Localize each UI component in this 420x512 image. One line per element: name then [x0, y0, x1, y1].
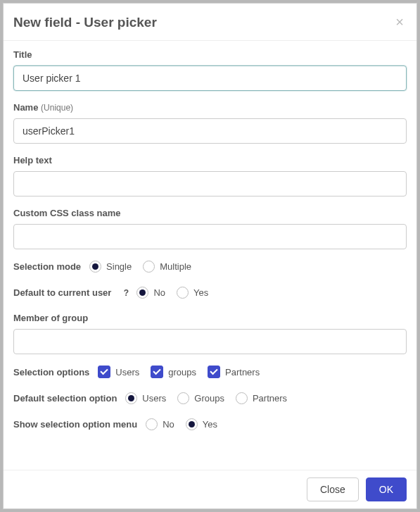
checkbox-label: Users	[115, 367, 139, 377]
radio-label: Yes	[203, 419, 217, 430]
name-input[interactable]	[13, 118, 407, 144]
radio-icon	[236, 392, 248, 404]
radio-icon	[125, 392, 137, 404]
checkbox-icon	[208, 366, 220, 378]
member-of-group-input[interactable]	[13, 329, 407, 354]
radio-icon	[177, 287, 189, 299]
selection-mode-single-radio[interactable]: Single	[89, 261, 132, 273]
css-class-input[interactable]	[13, 224, 407, 249]
dialog-title: New field - User picker	[13, 15, 157, 30]
name-label: Name (Unique)	[13, 102, 407, 113]
checkbox-label: groups	[168, 367, 196, 377]
checkbox-icon	[98, 366, 110, 378]
default-current-user-no-radio[interactable]: No	[136, 287, 165, 299]
member-of-group-label: Member of group	[13, 313, 407, 323]
dialog-body: Title Name (Unique) Help text Custom CSS…	[4, 41, 416, 470]
radio-label: No	[153, 287, 165, 298]
help-text-input[interactable]	[13, 171, 407, 196]
css-class-label: Custom CSS class name	[13, 208, 407, 218]
radio-icon	[143, 261, 155, 273]
radio-icon	[89, 261, 101, 273]
default-current-user-label: Default to current user	[13, 287, 111, 298]
show-menu-label: Show selection option menu	[13, 419, 137, 430]
help-text-label: Help text	[13, 155, 407, 166]
selection-mode-label: Selection mode	[13, 261, 81, 272]
default-selection-users-radio[interactable]: Users	[125, 392, 166, 404]
help-icon[interactable]: ?	[121, 288, 131, 298]
title-label: Title	[13, 49, 407, 60]
show-menu-no-radio[interactable]: No	[146, 418, 174, 430]
selection-options-label: Selection options	[13, 367, 89, 377]
show-menu-yes-radio[interactable]: Yes	[186, 418, 217, 430]
radio-icon	[136, 287, 148, 299]
name-label-text: Name	[13, 102, 38, 113]
ok-button[interactable]: OK	[366, 477, 407, 501]
selection-options-groups-checkbox[interactable]: groups	[151, 366, 196, 378]
default-current-user-yes-radio[interactable]: Yes	[177, 287, 208, 299]
selection-options-users-checkbox[interactable]: Users	[98, 366, 139, 378]
radio-label: No	[163, 419, 174, 430]
radio-icon	[146, 418, 158, 430]
title-input[interactable]	[13, 65, 407, 91]
dialog-header: New field - User picker ×	[4, 4, 416, 41]
radio-label: Multiple	[160, 261, 191, 272]
dialog-footer: Close OK	[4, 470, 416, 508]
radio-label: Groups	[194, 393, 224, 404]
selection-options-partners-checkbox[interactable]: Partners	[208, 366, 260, 378]
new-field-dialog: New field - User picker × Title Name (Un…	[3, 3, 417, 509]
radio-label: Users	[142, 393, 166, 404]
default-selection-groups-radio[interactable]: Groups	[177, 392, 224, 404]
name-label-hint: (Unique)	[41, 103, 73, 113]
close-button[interactable]: Close	[307, 477, 359, 501]
selection-mode-multiple-radio[interactable]: Multiple	[143, 261, 191, 273]
close-icon[interactable]: ×	[393, 15, 407, 29]
checkbox-icon	[151, 366, 163, 378]
default-selection-option-label: Default selection option	[13, 393, 117, 404]
default-selection-partners-radio[interactable]: Partners	[236, 392, 287, 404]
radio-label: Yes	[193, 287, 208, 298]
radio-icon	[186, 418, 198, 430]
radio-icon	[177, 392, 189, 404]
radio-label: Partners	[253, 393, 287, 404]
radio-label: Single	[106, 261, 132, 272]
checkbox-label: Partners	[225, 367, 260, 377]
